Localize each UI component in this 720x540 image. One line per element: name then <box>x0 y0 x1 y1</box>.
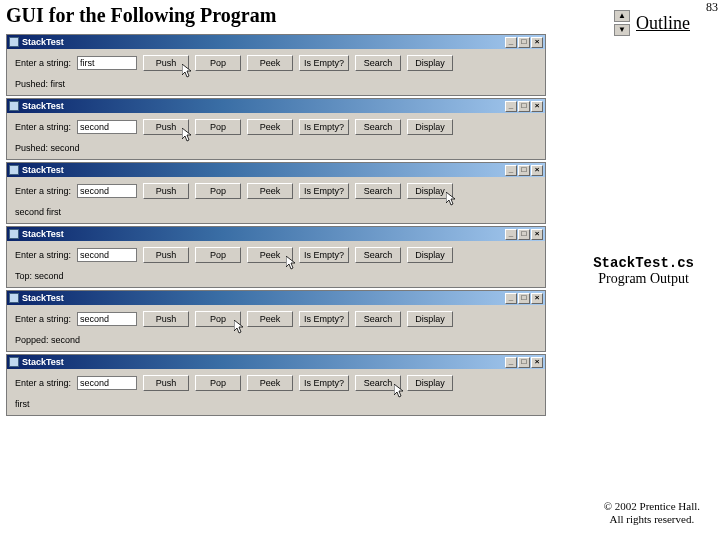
maximize-button[interactable]: □ <box>518 165 530 176</box>
display-button[interactable]: Display <box>407 55 453 71</box>
app-icon <box>9 37 19 47</box>
titlebar[interactable]: StackTest_□× <box>7 163 545 177</box>
copyright: © 2002 Prentice Hall. All rights reserve… <box>604 500 700 526</box>
titlebar[interactable]: StackTest_□× <box>7 227 545 241</box>
panel: Enter a string:secondPushPopPeekIs Empty… <box>7 241 545 287</box>
peek-button[interactable]: Peek <box>247 375 293 391</box>
app-icon <box>9 293 19 303</box>
maximize-button[interactable]: □ <box>518 101 530 112</box>
search-button[interactable]: Search <box>355 311 401 327</box>
close-button[interactable]: × <box>531 293 543 304</box>
peek-button[interactable]: Peek <box>247 311 293 327</box>
push-button[interactable]: Push <box>143 247 189 263</box>
isempty-button[interactable]: Is Empty? <box>299 55 349 71</box>
close-button[interactable]: × <box>531 357 543 368</box>
maximize-button[interactable]: □ <box>518 293 530 304</box>
string-input[interactable]: first <box>77 56 137 70</box>
close-button[interactable]: × <box>531 165 543 176</box>
pop-button[interactable]: Pop <box>195 55 241 71</box>
pop-button[interactable]: Pop <box>195 183 241 199</box>
outline-up-button[interactable]: ▲ <box>614 10 630 22</box>
push-button[interactable]: Push <box>143 375 189 391</box>
app-window: StackTest_□×Enter a string:secondPushPop… <box>6 354 546 416</box>
isempty-button[interactable]: Is Empty? <box>299 247 349 263</box>
titlebar[interactable]: StackTest_□× <box>7 355 545 369</box>
pop-button[interactable]: Pop <box>195 375 241 391</box>
peek-button[interactable]: Peek <box>247 247 293 263</box>
peek-button[interactable]: Peek <box>247 55 293 71</box>
display-button[interactable]: Display <box>407 247 453 263</box>
pop-button[interactable]: Pop <box>195 119 241 135</box>
close-button[interactable]: × <box>531 229 543 240</box>
panel: Enter a string:secondPushPopPeekIs Empty… <box>7 305 545 351</box>
search-button[interactable]: Search <box>355 247 401 263</box>
outline-down-button[interactable]: ▼ <box>614 24 630 36</box>
pop-button[interactable]: Pop <box>195 311 241 327</box>
app-window: StackTest_□×Enter a string:secondPushPop… <box>6 290 546 352</box>
app-window: StackTest_□×Enter a string:secondPushPop… <box>6 226 546 288</box>
status-text: second first <box>15 207 537 219</box>
push-button[interactable]: Push <box>143 55 189 71</box>
maximize-button[interactable]: □ <box>518 37 530 48</box>
window-title: StackTest <box>22 37 505 47</box>
maximize-button[interactable]: □ <box>518 357 530 368</box>
push-button[interactable]: Push <box>143 311 189 327</box>
minimize-button[interactable]: _ <box>505 229 517 240</box>
isempty-button[interactable]: Is Empty? <box>299 311 349 327</box>
search-button[interactable]: Search <box>355 183 401 199</box>
cursor-icon <box>234 320 244 334</box>
status-text: Popped: second <box>15 335 537 347</box>
input-label: Enter a string: <box>15 378 71 388</box>
page-number: 83 <box>706 0 718 15</box>
status-text: Pushed: first <box>15 79 537 91</box>
close-button[interactable]: × <box>531 101 543 112</box>
close-button[interactable]: × <box>531 37 543 48</box>
app-icon <box>9 229 19 239</box>
panel: Enter a string:secondPushPopPeekIs Empty… <box>7 369 545 415</box>
isempty-button[interactable]: Is Empty? <box>299 119 349 135</box>
maximize-button[interactable]: □ <box>518 229 530 240</box>
search-button[interactable]: Search <box>355 55 401 71</box>
display-button[interactable]: Display <box>407 375 453 391</box>
isempty-button[interactable]: Is Empty? <box>299 375 349 391</box>
display-button[interactable]: Display <box>407 119 453 135</box>
display-button[interactable]: Display <box>407 311 453 327</box>
cursor-icon <box>286 256 296 270</box>
search-button[interactable]: Search <box>355 119 401 135</box>
windows-container: StackTest_□×Enter a string:firstPushPopP… <box>6 34 546 418</box>
app-window: StackTest_□×Enter a string:secondPushPop… <box>6 98 546 160</box>
window-title: StackTest <box>22 357 505 367</box>
string-input[interactable]: second <box>77 120 137 134</box>
titlebar[interactable]: StackTest_□× <box>7 35 545 49</box>
isempty-button[interactable]: Is Empty? <box>299 183 349 199</box>
outline-box: ▲ ▼ Outline <box>614 10 690 36</box>
cursor-icon <box>394 384 404 398</box>
string-input[interactable]: second <box>77 376 137 390</box>
app-icon <box>9 101 19 111</box>
cursor-icon <box>182 128 192 142</box>
search-button[interactable]: Search <box>355 375 401 391</box>
app-icon <box>9 165 19 175</box>
push-button[interactable]: Push <box>143 119 189 135</box>
cursor-icon <box>182 64 192 78</box>
panel: Enter a string:secondPushPopPeekIs Empty… <box>7 113 545 159</box>
minimize-button[interactable]: _ <box>505 165 517 176</box>
push-button[interactable]: Push <box>143 183 189 199</box>
titlebar[interactable]: StackTest_□× <box>7 291 545 305</box>
minimize-button[interactable]: _ <box>505 101 517 112</box>
outline-label[interactable]: Outline <box>636 13 690 34</box>
input-label: Enter a string: <box>15 314 71 324</box>
peek-button[interactable]: Peek <box>247 119 293 135</box>
string-input[interactable]: second <box>77 184 137 198</box>
minimize-button[interactable]: _ <box>505 293 517 304</box>
minimize-button[interactable]: _ <box>505 357 517 368</box>
pop-button[interactable]: Pop <box>195 247 241 263</box>
titlebar[interactable]: StackTest_□× <box>7 99 545 113</box>
window-title: StackTest <box>22 165 505 175</box>
minimize-button[interactable]: _ <box>505 37 517 48</box>
display-button[interactable]: Display <box>407 183 453 199</box>
string-input[interactable]: second <box>77 312 137 326</box>
peek-button[interactable]: Peek <box>247 183 293 199</box>
input-label: Enter a string: <box>15 122 71 132</box>
string-input[interactable]: second <box>77 248 137 262</box>
